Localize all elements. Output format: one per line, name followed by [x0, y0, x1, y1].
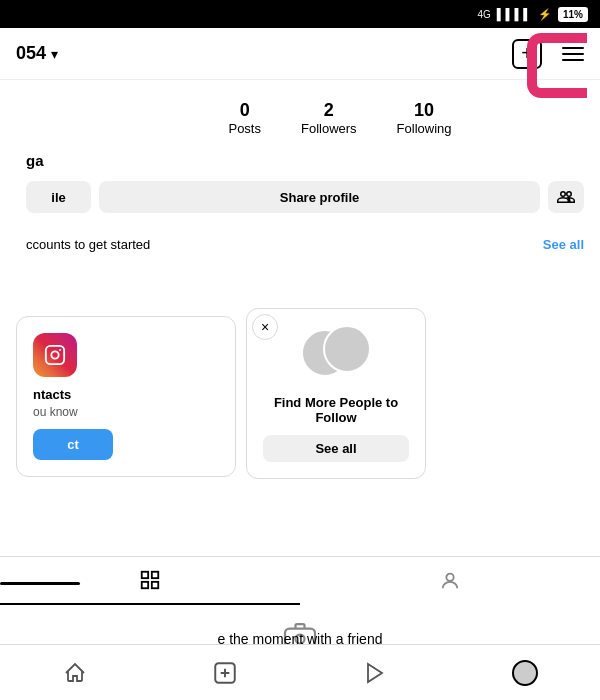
svg-rect-3 [142, 572, 148, 578]
following-stat[interactable]: 10 Following [397, 100, 452, 136]
svg-rect-0 [46, 346, 64, 364]
bio-section: ga [10, 148, 600, 181]
profile-action-buttons: ile Share profile [10, 181, 600, 229]
edit-profile-button[interactable]: ile [26, 181, 91, 213]
charging-icon: ⚡ [538, 8, 552, 21]
profile-avatar [512, 660, 538, 686]
suggested-accounts-text: ccounts to get started [26, 237, 150, 252]
svg-point-2 [59, 349, 61, 351]
close-suggestion-button[interactable]: × [252, 314, 278, 340]
left-suggestion-card: ntacts ou know ct [16, 316, 236, 477]
contacts-subtext: ou know [33, 404, 78, 421]
followers-count: 2 [324, 100, 334, 121]
posts-count: 0 [240, 100, 250, 121]
reels-icon [363, 661, 387, 685]
find-more-title: Find More People to Follow [263, 395, 409, 425]
username-display: 054 ▾ [16, 43, 58, 64]
contacts-title: ntacts [33, 387, 71, 402]
posts-stat[interactable]: 0 Posts [228, 100, 261, 136]
signal-icon: ▌▌▌▌ [497, 8, 532, 20]
battery-indicator: 11% [558, 7, 588, 22]
suggestion-card-container: × Find More People to Follow See all [246, 308, 426, 479]
status-bar: 4G ▌▌▌▌ ⚡ 11% [0, 0, 600, 28]
profile-header: 054 ▾ + [0, 28, 600, 80]
avatar-front [323, 325, 371, 373]
profile-nav-button[interactable] [503, 651, 547, 695]
posts-label: Posts [228, 121, 261, 136]
dropdown-chevron-icon[interactable]: ▾ [51, 46, 58, 62]
suggested-accounts-header: ccounts to get started See all [10, 229, 600, 260]
followers-stat[interactable]: 2 Followers [301, 100, 357, 136]
suggested-see-all-link[interactable]: See all [543, 237, 584, 252]
instagram-gradient-icon [33, 333, 77, 377]
svg-marker-11 [368, 664, 382, 682]
home-nav-button[interactable] [53, 651, 97, 695]
bottom-navigation [0, 644, 600, 700]
display-name: ga [26, 152, 584, 169]
svg-rect-4 [152, 572, 158, 578]
network-label: 4G [477, 9, 490, 20]
find-more-see-all-button[interactable]: See all [263, 435, 409, 462]
add-icon [212, 660, 238, 686]
svg-point-1 [51, 351, 58, 358]
reels-nav-button[interactable] [353, 651, 397, 695]
instagram-logo-overlay [522, 28, 592, 108]
instagram-c-logo [527, 33, 587, 98]
svg-point-7 [446, 574, 453, 581]
tab-underline [0, 582, 80, 585]
home-icon [63, 661, 87, 685]
connect-button[interactable]: ct [33, 429, 113, 460]
followers-label: Followers [301, 121, 357, 136]
avatar-group [301, 325, 371, 385]
discover-people-button[interactable] [548, 181, 584, 213]
share-profile-button[interactable]: Share profile [99, 181, 540, 213]
add-post-nav-button[interactable] [203, 651, 247, 695]
following-label: Following [397, 121, 452, 136]
following-count: 10 [414, 100, 434, 121]
